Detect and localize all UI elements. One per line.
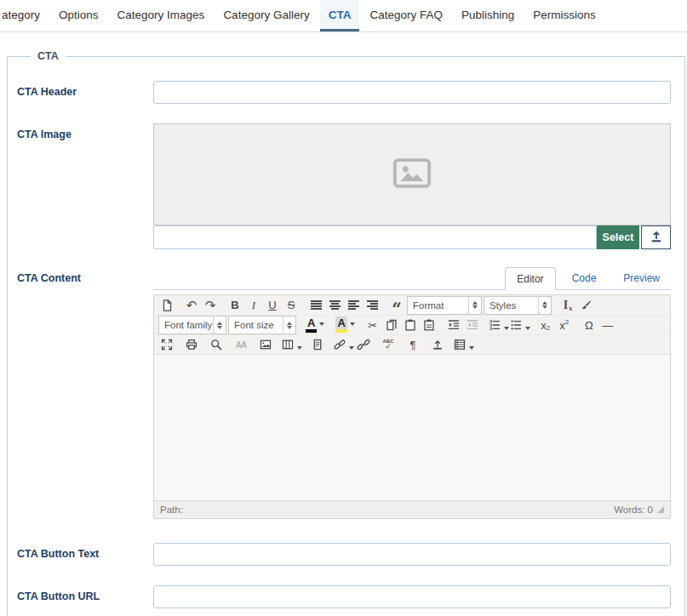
- editor-tab-editor[interactable]: Editor: [505, 267, 555, 290]
- tab-permissions[interactable]: Permissions: [524, 0, 604, 31]
- updown-caret-icon: [468, 297, 481, 314]
- template-icon[interactable]: [308, 336, 327, 354]
- subscript-icon[interactable]: x: [536, 317, 555, 334]
- image-placeholder-icon: [392, 157, 432, 192]
- cta-fieldset: CTA CTA Header CTA Image Select: [7, 50, 685, 616]
- updown-caret-icon: [538, 297, 551, 314]
- dropdown-caret-icon: [525, 327, 530, 330]
- special-character-icon[interactable]: Ω: [580, 317, 598, 334]
- superscript-icon[interactable]: x: [555, 317, 574, 334]
- fullscreen-icon[interactable]: [157, 336, 176, 354]
- bullet-list-icon[interactable]: [509, 317, 530, 334]
- underline-icon[interactable]: U: [263, 296, 282, 314]
- select-image-button[interactable]: Select: [597, 225, 639, 249]
- dropdown-caret-icon: [319, 322, 324, 326]
- clear-formatting-icon[interactable]: I: [558, 296, 577, 314]
- bold-icon[interactable]: B: [226, 296, 244, 314]
- editor-toolbar-row-2: Font familyFont sizeAA✂xxΩ—: [154, 315, 670, 334]
- cleanup-brush-icon[interactable]: [577, 296, 596, 314]
- paste-icon[interactable]: [401, 317, 420, 334]
- cta-button-text-input[interactable]: [153, 543, 671, 566]
- align-center-icon[interactable]: [325, 296, 344, 314]
- cta-button-text-row: CTA Button Text: [17, 543, 671, 566]
- editor-toolbar-row-1: ↶↷BIUS“FormatStylesI: [154, 295, 670, 315]
- insert-link-icon[interactable]: [333, 336, 354, 354]
- italic-icon[interactable]: I: [244, 296, 263, 314]
- insert-table-icon[interactable]: [281, 336, 302, 354]
- strikethrough-icon[interactable]: S: [282, 296, 301, 314]
- dropdown-caret-icon: [469, 346, 474, 350]
- font-family-select[interactable]: Font family: [158, 316, 226, 334]
- upload-image-button[interactable]: [641, 225, 671, 249]
- image-file-input[interactable]: [153, 225, 597, 249]
- align-left-icon[interactable]: [344, 296, 363, 314]
- paste-word-icon[interactable]: [420, 317, 438, 334]
- editor-statusbar: Path: Words: 0: [154, 500, 670, 518]
- unlink-icon[interactable]: [354, 336, 373, 354]
- editor-tab-strip: EditorCodePreview: [153, 267, 671, 290]
- ordered-list-icon[interactable]: [488, 317, 509, 334]
- updown-caret-icon: [213, 317, 226, 334]
- tab-publishing[interactable]: Publishing: [453, 0, 523, 31]
- cta-button-url-row: CTA Button URL: [17, 585, 671, 608]
- tab-category-faq[interactable]: Category FAQ: [361, 0, 451, 31]
- cta-button-text-label: CTA Button Text: [17, 543, 153, 566]
- align-justify-icon[interactable]: [306, 296, 325, 314]
- cut-icon[interactable]: ✂: [364, 317, 382, 334]
- editor-tab-code[interactable]: Code: [561, 267, 608, 289]
- search-icon[interactable]: [207, 336, 226, 354]
- cta-header-label: CTA Header: [17, 81, 153, 104]
- cta-button-url-label: CTA Button URL: [17, 585, 153, 608]
- editor-toolbar-row-3: AAABC✓¶: [154, 334, 670, 354]
- insert-image-icon[interactable]: [256, 336, 275, 354]
- text-color-icon[interactable]: A: [303, 317, 327, 334]
- copy-icon[interactable]: [382, 317, 401, 334]
- cta-content-label: CTA Content: [17, 267, 153, 519]
- tab-category-gallery[interactable]: Category Gallery: [215, 0, 318, 31]
- print-icon[interactable]: [182, 336, 201, 354]
- new-document-icon[interactable]: [157, 296, 176, 314]
- outdent-icon[interactable]: [463, 317, 482, 334]
- top-tabbar: ategoryOptionsCategory ImagesCategory Ga…: [0, 0, 687, 32]
- highlight-color-icon[interactable]: A: [333, 317, 357, 334]
- image-file-row: Select: [153, 225, 671, 249]
- tab-category-images[interactable]: Category Images: [109, 0, 214, 31]
- rich-text-editor: ↶↷BIUS“FormatStylesI Font familyFont siz…: [153, 294, 671, 519]
- cta-image-label: CTA Image: [17, 123, 153, 249]
- fieldset-legend: CTA: [31, 50, 66, 62]
- spellcheck-icon[interactable]: ABC✓: [379, 336, 398, 354]
- blockquote-icon[interactable]: “: [387, 296, 406, 314]
- cta-header-input[interactable]: [153, 81, 671, 104]
- undo-icon[interactable]: ↶: [182, 296, 201, 314]
- editor-path-label: Path:: [160, 505, 183, 515]
- tab-options[interactable]: Options: [50, 0, 107, 31]
- dropdown-caret-icon: [297, 346, 302, 350]
- cta-button-url-input[interactable]: [153, 585, 671, 608]
- image-preview-area: [153, 123, 671, 225]
- indent-icon[interactable]: [444, 317, 463, 334]
- resize-grip[interactable]: [657, 506, 664, 513]
- upload-file-icon[interactable]: [428, 336, 447, 354]
- horizontal-rule-icon[interactable]: —: [598, 317, 617, 334]
- font-case-icon[interactable]: AA: [232, 336, 250, 354]
- upload-icon: [649, 229, 664, 247]
- tab-cta[interactable]: CTA: [320, 0, 360, 31]
- editor-word-count: Words: 0: [614, 505, 653, 515]
- cta-content-row: CTA Content EditorCodePreview ↶↷BIUS“For…: [17, 267, 671, 519]
- tab-ategory[interactable]: ategory: [2, 0, 49, 31]
- cta-image-row: CTA Image Select: [17, 123, 671, 249]
- align-right-icon[interactable]: [363, 296, 381, 314]
- editor-tab-preview[interactable]: Preview: [612, 267, 671, 289]
- updown-caret-icon: [283, 317, 295, 334]
- grid-icon[interactable]: [453, 336, 474, 354]
- paragraph-icon[interactable]: ¶: [404, 336, 422, 354]
- editor-content-area[interactable]: [154, 354, 670, 500]
- cta-header-row: CTA Header: [17, 81, 671, 104]
- dropdown-caret-icon: [350, 322, 355, 326]
- format-select[interactable]: Format: [407, 296, 482, 315]
- redo-icon[interactable]: ↷: [201, 296, 220, 314]
- styles-select[interactable]: Styles: [484, 296, 552, 315]
- font-size-select[interactable]: Font size: [228, 316, 296, 334]
